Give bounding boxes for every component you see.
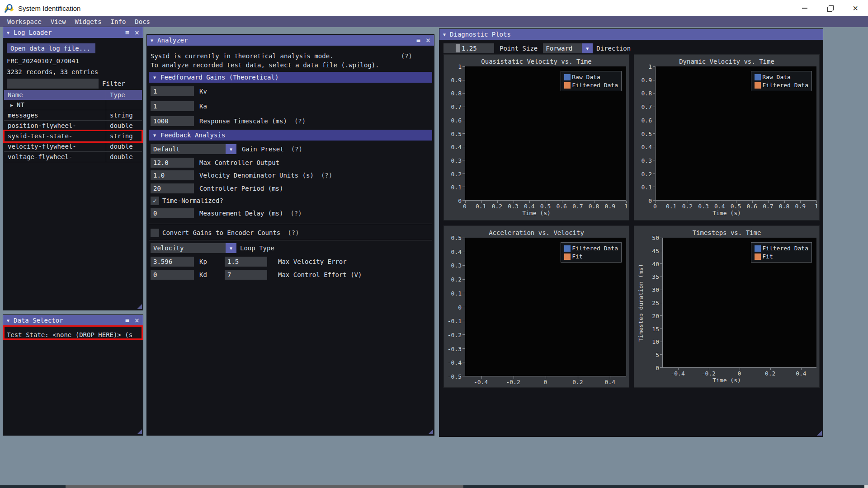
analyzer-header[interactable]: ▼ Analyzer ≡ ×: [147, 35, 434, 46]
log-records-info: 3232 records, 33 entries: [7, 68, 98, 75]
plot-title: Quasistatic Velocity vs. Time: [447, 56, 626, 66]
controller-period-input[interactable]: 20: [151, 183, 194, 193]
menu-workspace[interactable]: Workspace: [3, 18, 46, 25]
window-close-icon[interactable]: ×: [135, 29, 139, 37]
loop-type-label: Loop Type: [240, 244, 274, 252]
max-velocity-error-input[interactable]: 1.5: [225, 257, 267, 267]
mode-text-line2: To analyze recorded test data, select a …: [151, 61, 379, 69]
plot-area[interactable]: Raw DataFiltered Data: [465, 66, 626, 201]
help-marker[interactable]: (?): [321, 172, 332, 179]
table-header-row[interactable]: Name Type: [4, 90, 142, 100]
resize-grip[interactable]: [428, 429, 433, 434]
plot-legend[interactable]: Raw DataFiltered Data: [561, 71, 622, 91]
plot-quasistatic-velocity: Quasistatic Velocity vs. Time 10.90.80.7…: [443, 54, 629, 221]
analyzer-title: Analyzer: [157, 37, 188, 44]
column-name[interactable]: Name: [4, 91, 106, 99]
combo-arrow-icon[interactable]: ▼: [226, 144, 236, 154]
data-selector-window: ▼ Data Selector ≡ × Test State: <none (D…: [3, 314, 143, 436]
feedforward-gains-header[interactable]: ▼ Feedforward Gains (Theoretical): [149, 72, 432, 83]
collapse-arrow-icon[interactable]: ▼: [7, 30, 9, 35]
max-controller-output-label: Max Controller Output: [199, 159, 279, 166]
combo-arrow-icon[interactable]: ▼: [582, 43, 593, 53]
filter-label: Filter: [102, 80, 125, 87]
window-close-icon[interactable]: ×: [426, 37, 430, 44]
plot-area[interactable]: Filtered DataFit: [465, 238, 626, 376]
time-normalized-checkbox[interactable]: [151, 197, 159, 205]
collapse-arrow-icon[interactable]: ▼: [7, 318, 9, 323]
kd-input[interactable]: 0: [151, 270, 194, 280]
feedback-analysis-header[interactable]: ▼ Feedback Analysis: [149, 130, 432, 141]
collapse-arrow-icon: ▼: [153, 75, 156, 80]
response-timescale-input[interactable]: 1000: [151, 116, 194, 126]
close-icon: ×: [853, 4, 858, 13]
plot-y-axis-label: Timestep duration (ms): [637, 238, 644, 368]
menu-docs[interactable]: Docs: [130, 18, 155, 25]
log-loader-header[interactable]: ▼ Log Loader ≡ ×: [3, 27, 143, 38]
gain-preset-label: Gain Preset: [242, 145, 284, 153]
plot-legend[interactable]: Filtered DataFit: [561, 242, 622, 263]
open-log-file-button[interactable]: Open data log file...: [7, 43, 95, 53]
direction-combo[interactable]: Forward ▼: [543, 43, 593, 53]
window-close-icon[interactable]: ×: [135, 317, 139, 324]
data-selector-header[interactable]: ▼ Data Selector ≡ ×: [3, 315, 143, 326]
point-size-slider[interactable]: 1.25: [443, 43, 494, 53]
diagnostic-plots-body: 1.25 Point Size Forward ▼ Direction Quas…: [439, 40, 823, 436]
restore-button[interactable]: [817, 0, 843, 16]
window-menu-icon[interactable]: ≡: [416, 36, 420, 44]
table-row-messages[interactable]: messages string: [4, 110, 142, 121]
plot-area[interactable]: Raw DataFiltered Data: [655, 66, 816, 201]
gain-preset-combo[interactable]: Default ▼: [151, 144, 236, 154]
time-normalized-label: Time-Normalized?: [162, 197, 223, 204]
window-menu-icon[interactable]: ≡: [125, 316, 129, 324]
kv-input[interactable]: 1: [151, 86, 194, 96]
column-type[interactable]: Type: [106, 90, 142, 100]
tree-expand-icon[interactable]: ▶: [10, 103, 13, 108]
taskbar-edge: [0, 485, 868, 488]
menu-info[interactable]: Info: [106, 18, 131, 25]
help-marker[interactable]: (?): [401, 52, 412, 60]
table-row-sysid-test-state[interactable]: sysid-test-state- string: [4, 131, 142, 141]
resize-grip[interactable]: [137, 429, 142, 434]
help-marker[interactable]: (?): [291, 145, 302, 153]
resize-grip[interactable]: [137, 304, 142, 309]
ka-label: Ka: [199, 103, 207, 110]
convert-gains-checkbox[interactable]: [151, 229, 159, 237]
resize-grip[interactable]: [817, 431, 822, 436]
loop-type-combo[interactable]: Velocity ▼: [151, 243, 236, 253]
close-button[interactable]: ×: [843, 0, 868, 16]
table-row-nt[interactable]: ▶NT: [4, 100, 142, 110]
slider-grab-handle[interactable]: [456, 44, 460, 52]
collapse-arrow-icon[interactable]: ▼: [443, 32, 446, 37]
menu-view[interactable]: View: [46, 18, 71, 25]
plot-legend[interactable]: Raw DataFiltered Data: [751, 71, 812, 91]
help-marker[interactable]: (?): [290, 210, 302, 217]
max-controller-output-input[interactable]: 12.0: [151, 158, 194, 168]
kp-input[interactable]: 3.596: [151, 257, 194, 267]
menu-widgets[interactable]: Widgets: [71, 18, 106, 25]
velocity-denominator-input[interactable]: 1.0: [151, 170, 194, 180]
max-velocity-error-label: Max Velocity Error: [278, 258, 347, 265]
minimize-button[interactable]: [792, 0, 817, 16]
help-marker[interactable]: (?): [294, 117, 306, 125]
diagnostic-plots-header[interactable]: ▼ Diagnostic Plots: [439, 29, 823, 40]
help-marker[interactable]: (?): [288, 229, 299, 236]
filter-input[interactable]: [7, 79, 99, 89]
controller-period-label: Controller Period (ms): [199, 185, 283, 192]
window-menu-icon[interactable]: ≡: [125, 28, 129, 37]
max-control-effort-input[interactable]: 7: [225, 270, 267, 280]
app-icon: [4, 3, 14, 14]
collapse-arrow-icon: ▼: [153, 133, 156, 138]
table-row-velocity-flywheel[interactable]: velocity-flywheel- double: [4, 141, 142, 152]
collapse-arrow-icon[interactable]: ▼: [151, 38, 153, 43]
plot-legend[interactable]: Filtered DataFit: [751, 242, 812, 263]
test-state-drop-target[interactable]: Test State: <none (DROP HERE)> (s: [7, 331, 132, 338]
restore-icon: [827, 5, 833, 11]
measurement-delay-input[interactable]: 0: [151, 208, 194, 218]
table-row-position-flywheel[interactable]: position-flywheel- double: [4, 121, 142, 131]
plot-title: Timesteps vs. Time: [637, 228, 816, 238]
table-row-voltage-flywheel[interactable]: voltage-flywheel- double: [4, 152, 142, 162]
plot-area[interactable]: Filtered DataFit: [662, 238, 816, 368]
ka-input[interactable]: 1: [151, 101, 194, 111]
plot-title: Dynamic Velocity vs. Time: [637, 56, 816, 66]
combo-arrow-icon[interactable]: ▼: [226, 243, 236, 253]
